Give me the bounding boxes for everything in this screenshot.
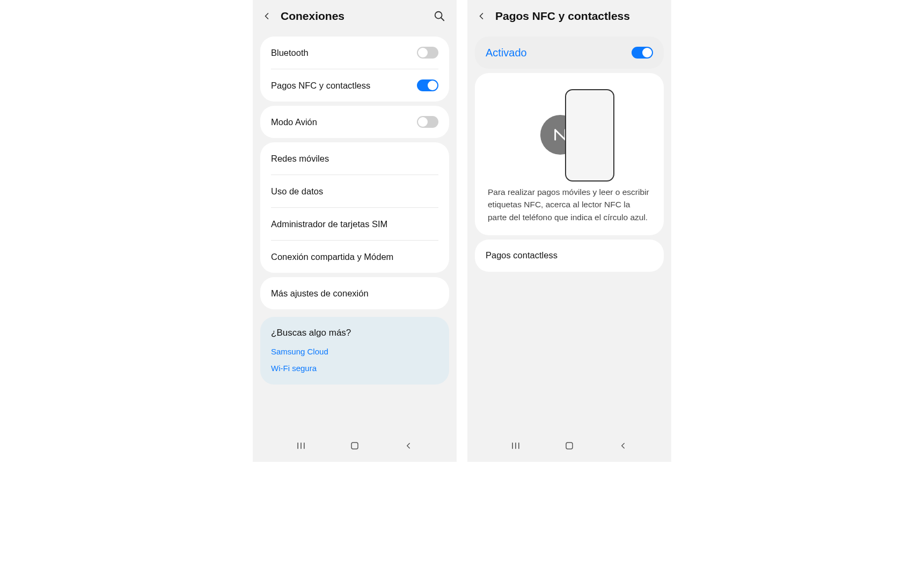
screen-nfc-payments: Pagos NFC y contactless Activado Para re… [467, 0, 671, 462]
activated-label: Activado [486, 47, 632, 59]
row-more-settings[interactable]: Más ajustes de conexión [260, 277, 449, 309]
activated-card: Activado [475, 37, 664, 69]
nav-back[interactable] [617, 439, 629, 452]
row-contactless-payments[interactable]: Pagos contactless [475, 240, 664, 272]
back-button[interactable] [260, 10, 273, 23]
nfc-info-card: Para realizar pagos móviles y leer o esc… [475, 73, 664, 235]
svg-rect-5 [351, 443, 358, 449]
suggestion-link-wifi-secure[interactable]: Wi-Fi segura [271, 364, 438, 373]
nav-bar [467, 435, 671, 456]
suggestions-title: ¿Buscas algo más? [271, 328, 438, 338]
more-settings-label: Más ajustes de conexión [271, 288, 438, 299]
screen-connections: Conexiones Bluetooth Pagos NFC y contact… [253, 0, 457, 462]
nfc-toggle[interactable] [417, 79, 438, 91]
svg-line-1 [441, 18, 444, 21]
nav-recents[interactable] [509, 439, 522, 452]
back-button[interactable] [475, 10, 488, 23]
search-button[interactable] [433, 10, 446, 23]
group-wireless: Bluetooth Pagos NFC y contactless [260, 37, 449, 102]
chevron-left-icon [261, 11, 272, 21]
row-data-usage[interactable]: Uso de datos [260, 175, 449, 207]
row-airplane[interactable]: Modo Avión [260, 106, 449, 138]
nfc-illustration [475, 73, 664, 180]
nav-bar [253, 435, 457, 456]
bluetooth-toggle[interactable] [417, 47, 438, 59]
suggestions-card: ¿Buscas algo más? Samsung Cloud Wi-Fi se… [260, 317, 449, 385]
search-icon [434, 10, 445, 22]
tethering-label: Conexión compartida y Módem [271, 252, 438, 262]
row-sim-manager[interactable]: Administrador de tarjetas SIM [260, 208, 449, 240]
bluetooth-label: Bluetooth [271, 48, 417, 58]
row-activated[interactable]: Activado [475, 37, 664, 69]
recents-icon [510, 440, 521, 451]
airplane-label: Modo Avión [271, 117, 417, 127]
nav-back[interactable] [402, 439, 415, 452]
row-bluetooth[interactable]: Bluetooth [260, 37, 449, 69]
nfc-description: Para realizar pagos móviles y leer o esc… [475, 180, 664, 235]
chevron-left-icon [476, 11, 487, 21]
group-airplane: Modo Avión [260, 106, 449, 138]
recents-icon [296, 440, 306, 451]
header: Pagos NFC y contactless [467, 0, 671, 32]
row-mobile-networks[interactable]: Redes móviles [260, 142, 449, 175]
group-network: Redes móviles Uso de datos Administrador… [260, 142, 449, 273]
suggestion-link-samsung-cloud[interactable]: Samsung Cloud [271, 347, 438, 356]
nav-home[interactable] [348, 439, 361, 452]
row-tethering[interactable]: Conexión compartida y Módem [260, 241, 449, 273]
data-usage-label: Uso de datos [271, 186, 438, 197]
back-icon [618, 441, 628, 451]
row-nfc[interactable]: Pagos NFC y contactless [260, 69, 449, 102]
header: Conexiones [253, 0, 457, 32]
back-icon [404, 441, 413, 451]
group-more: Más ajustes de conexión [260, 277, 449, 309]
airplane-toggle[interactable] [417, 116, 438, 128]
nav-home[interactable] [563, 439, 576, 452]
sim-manager-label: Administrador de tarjetas SIM [271, 219, 438, 229]
contactless-label: Pagos contactless [486, 250, 653, 260]
svg-rect-9 [566, 443, 573, 449]
home-icon [350, 441, 360, 451]
home-icon [564, 441, 574, 451]
page-title: Conexiones [281, 10, 426, 23]
mobile-networks-label: Redes móviles [271, 154, 438, 164]
nav-recents[interactable] [295, 439, 307, 452]
nfc-label: Pagos NFC y contactless [271, 81, 417, 91]
contactless-card: Pagos contactless [475, 240, 664, 272]
phone-outline-icon [565, 89, 614, 182]
activated-toggle[interactable] [632, 47, 653, 59]
page-title: Pagos NFC y contactless [495, 10, 661, 23]
